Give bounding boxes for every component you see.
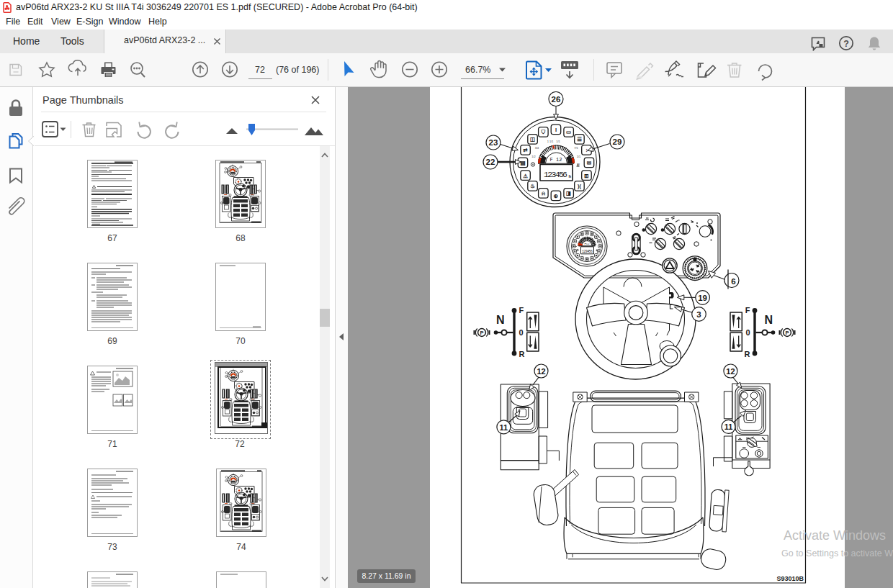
svg-text:3: 3 (696, 310, 701, 319)
svg-text:11: 11 (500, 423, 508, 432)
svg-text:⊞: ⊞ (584, 173, 588, 179)
svg-text:19: 19 (698, 294, 707, 302)
svg-text:I: I (555, 127, 557, 133)
svg-text:0: 0 (745, 328, 750, 337)
svg-text:26: 26 (552, 95, 561, 104)
svg-text:1/1: 1/1 (577, 155, 580, 158)
svg-text:6: 6 (731, 277, 735, 286)
svg-text:)(: )( (578, 183, 581, 189)
svg-text:⊕: ⊕ (554, 193, 558, 199)
svg-text:(76 of 196): (76 of 196) (276, 65, 319, 75)
svg-text:0: 0 (519, 328, 524, 337)
svg-text:12: 12 (537, 367, 545, 376)
svg-text:⛉: ⛉ (541, 129, 546, 135)
svg-text:1 1/1: 1 1/1 (547, 140, 554, 143)
svg-text:☰: ☰ (577, 136, 582, 143)
svg-text:R: R (519, 350, 525, 358)
svg-text:29: 29 (613, 137, 622, 146)
svg-text:W: W (577, 163, 580, 166)
svg-text:⍾: ⍾ (542, 190, 545, 196)
svg-text:N: N (764, 314, 773, 326)
svg-text:⇄: ⇄ (523, 147, 528, 153)
svg-text:▤: ▤ (520, 160, 525, 166)
svg-text:F: F (745, 306, 750, 315)
svg-text:F 12: F 12 (550, 157, 562, 163)
svg-text:22: 22 (486, 158, 495, 166)
svg-text:72: 72 (255, 65, 265, 75)
svg-text:h: h (569, 174, 572, 178)
svg-text:3/4: 3/4 (535, 146, 539, 150)
svg-text:123456: 123456 (544, 170, 567, 179)
svg-text:P: P (480, 330, 483, 336)
svg-text:66.7%: 66.7% (465, 65, 490, 75)
svg-text:23: 23 (489, 138, 498, 147)
svg-text:1/2: 1/2 (531, 155, 535, 158)
svg-text:◨: ◨ (566, 190, 571, 196)
svg-text:?: ? (843, 39, 849, 49)
svg-text:7/1: 7/1 (574, 146, 578, 150)
svg-text:P: P (785, 330, 789, 336)
svg-text:N: N (496, 314, 505, 326)
svg-text:12: 12 (726, 367, 735, 376)
svg-text:R: R (745, 350, 750, 358)
svg-text:▭: ▭ (566, 129, 571, 135)
svg-text:♨: ♨ (530, 183, 535, 189)
svg-text:1/1: 1/1 (556, 140, 560, 143)
svg-text:✉: ✉ (587, 160, 591, 166)
svg-text:11: 11 (724, 422, 733, 431)
svg-text:S93010B: S93010B (776, 575, 804, 582)
svg-text:123456: 123456 (582, 250, 593, 254)
svg-text:⚠: ⚠ (523, 173, 528, 179)
svg-text:◫: ◫ (530, 136, 535, 143)
svg-text:F: F (519, 306, 524, 315)
svg-text:F12: F12 (585, 243, 591, 245)
